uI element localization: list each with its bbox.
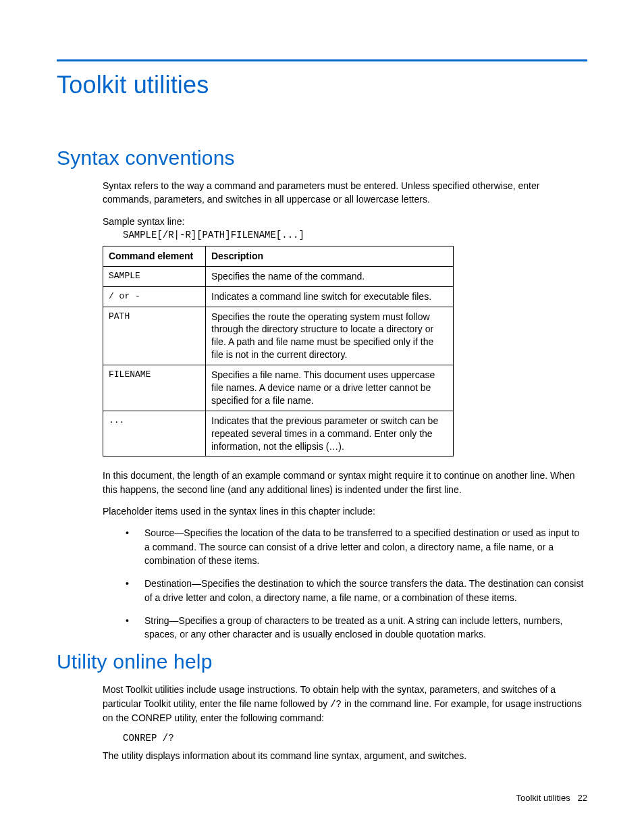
table-row: / or - Indicates a command line switch f…	[103, 286, 454, 307]
section-heading-syntax: Syntax conventions	[57, 147, 587, 170]
cell-desc: Specifies the name of the command.	[206, 266, 454, 286]
wrap-note: In this document, the length of an examp…	[103, 469, 587, 496]
cell-element: PATH	[103, 307, 206, 365]
cell-desc: Specifies a file name. This document use…	[206, 365, 454, 411]
footer-page: 22	[578, 793, 587, 803]
intro-paragraph: Syntax refers to the way a command and p…	[103, 179, 587, 207]
cell-element: SAMPLE	[103, 266, 206, 286]
cell-element: / or -	[103, 286, 206, 307]
table-row: SAMPLE Specifies the name of the command…	[103, 266, 454, 286]
sample-label: Sample syntax line:	[103, 215, 587, 228]
list-item: Destination—Specifies the destination to…	[126, 577, 587, 604]
table-header-row: Command element Description	[103, 246, 454, 266]
inline-code: /?	[330, 699, 342, 710]
th-element: Command element	[103, 246, 206, 266]
cell-desc: Indicates that the previous parameter or…	[206, 411, 454, 457]
th-desc: Description	[206, 246, 454, 266]
header-rule	[57, 59, 587, 61]
table-row: FILENAME Specifies a file name. This doc…	[103, 365, 454, 411]
help-paragraph: Most Toolkit utilities include usage ins…	[103, 683, 587, 725]
help-outro: The utility displays information about i…	[103, 749, 587, 762]
section-heading-help: Utility online help	[57, 650, 587, 673]
section-body-syntax: Syntax refers to the way a command and p…	[103, 179, 587, 641]
table-row: ... Indicates that the previous paramete…	[103, 411, 454, 457]
section-body-help: Most Toolkit utilities include usage ins…	[103, 683, 587, 762]
cell-desc: Specifies the route the operating system…	[206, 307, 454, 365]
table-row: PATH Specifies the route the operating s…	[103, 307, 454, 365]
cell-desc: Indicates a command line switch for exec…	[206, 286, 454, 307]
cell-element: ...	[103, 411, 206, 457]
sample-code: SAMPLE[/R|-R][PATH]FILENAME[...]	[123, 230, 587, 240]
footer-label: Toolkit utilities	[516, 793, 570, 803]
placeholder-intro: Placeholder items used in the syntax lin…	[103, 504, 587, 518]
placeholder-list: Source—Specifies the location of the dat…	[126, 526, 587, 641]
cell-element: FILENAME	[103, 365, 206, 411]
help-code: CONREP /?	[123, 733, 587, 744]
syntax-table: Command element Description SAMPLE Speci…	[103, 246, 454, 457]
page-footer: Toolkit utilities 22	[516, 793, 587, 803]
list-item: Source—Specifies the location of the dat…	[126, 526, 587, 567]
list-item: String—Specifies a group of characters t…	[126, 614, 587, 642]
page-title: Toolkit utilities	[57, 71, 587, 99]
